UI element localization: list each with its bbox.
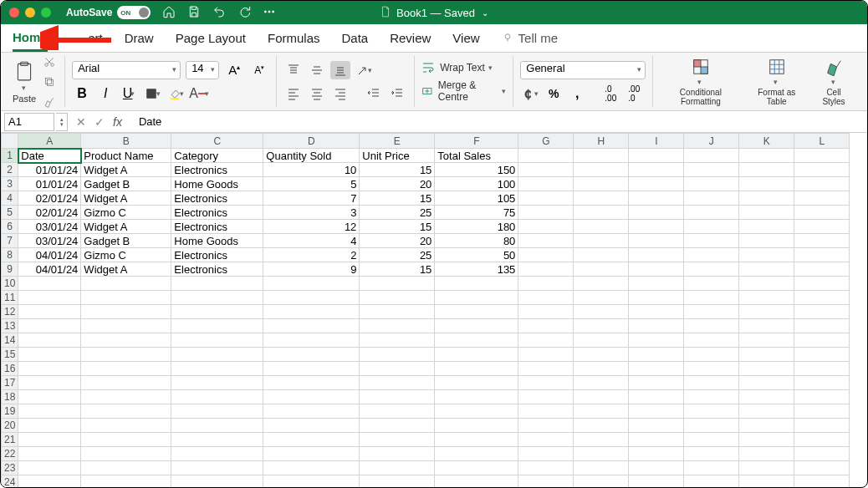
cell-J14[interactable]: [684, 333, 739, 348]
cell-J19[interactable]: [684, 404, 739, 419]
cell-A8[interactable]: 04/01/24: [18, 248, 81, 262]
cell-K17[interactable]: [739, 376, 794, 390]
cell-L10[interactable]: [794, 277, 850, 291]
tab-insert[interactable]: ert: [78, 26, 103, 50]
cell-A18[interactable]: [18, 390, 81, 404]
cell-K20[interactable]: [739, 419, 794, 433]
cell-B2[interactable]: Widget A: [81, 163, 171, 177]
row-header-6[interactable]: 6: [2, 220, 18, 234]
cell-G24[interactable]: [518, 475, 574, 489]
copy-button[interactable]: [41, 74, 58, 89]
cell-A1[interactable]: Date: [18, 149, 81, 163]
cell-J1[interactable]: [684, 149, 739, 163]
cell-K15[interactable]: [739, 348, 794, 362]
cell-K8[interactable]: [739, 248, 794, 262]
align-top-button[interactable]: [283, 61, 304, 79]
cell-A5[interactable]: 02/01/24: [18, 206, 81, 220]
cell-H7[interactable]: [574, 234, 629, 248]
cell-H10[interactable]: [574, 277, 629, 291]
cell-D4[interactable]: 7: [263, 191, 360, 206]
cell-J20[interactable]: [684, 419, 739, 433]
cell-G7[interactable]: [518, 234, 574, 248]
cell-J8[interactable]: [684, 248, 739, 262]
row-header-17[interactable]: 17: [2, 376, 18, 390]
cell-K19[interactable]: [739, 404, 794, 419]
cell-A24[interactable]: [18, 475, 81, 489]
cell-K21[interactable]: [739, 433, 794, 447]
cell-H1[interactable]: [574, 149, 629, 163]
cell-H6[interactable]: [574, 220, 629, 234]
col-header-G[interactable]: G: [518, 134, 574, 149]
bold-button[interactable]: B: [72, 84, 92, 103]
cell-I1[interactable]: [629, 149, 684, 163]
cell-B9[interactable]: Widget A: [81, 262, 171, 277]
col-header-H[interactable]: H: [574, 134, 629, 149]
cell-A13[interactable]: [18, 319, 81, 333]
cell-B19[interactable]: [81, 404, 171, 419]
cell-K6[interactable]: [739, 220, 794, 234]
cell-F10[interactable]: [435, 277, 518, 291]
cell-H3[interactable]: [574, 177, 629, 191]
cell-E3[interactable]: 20: [360, 177, 435, 191]
row-header-2[interactable]: 2: [2, 163, 18, 177]
cell-B3[interactable]: Gadget B: [81, 177, 171, 191]
cell-K11[interactable]: [739, 291, 794, 305]
select-all-corner[interactable]: [2, 134, 18, 149]
cell-L23[interactable]: [794, 461, 850, 475]
row-header-11[interactable]: 11: [2, 291, 18, 305]
col-header-I[interactable]: I: [629, 134, 684, 149]
tab-home[interactable]: Home: [13, 25, 48, 52]
tab-data[interactable]: Data: [341, 26, 368, 50]
cell-K3[interactable]: [739, 177, 794, 191]
cell-A15[interactable]: [18, 348, 81, 362]
cell-H12[interactable]: [574, 305, 629, 319]
cell-E9[interactable]: 15: [360, 262, 435, 277]
cell-J2[interactable]: [684, 163, 739, 177]
cell-D12[interactable]: [263, 305, 360, 319]
cell-C11[interactable]: [171, 291, 263, 305]
cell-H20[interactable]: [574, 419, 629, 433]
cell-H9[interactable]: [574, 262, 629, 277]
cell-A22[interactable]: [18, 447, 81, 461]
cell-D5[interactable]: 3: [263, 206, 360, 220]
paste-button[interactable]: ▾ Paste: [13, 60, 36, 104]
cell-I20[interactable]: [629, 419, 684, 433]
cell-H14[interactable]: [574, 333, 629, 348]
cell-G15[interactable]: [518, 348, 574, 362]
format-as-table-button[interactable]: ▾ Format as Table: [746, 58, 807, 106]
cell-D6[interactable]: 12: [263, 220, 360, 234]
cell-C12[interactable]: [171, 305, 263, 319]
cell-C16[interactable]: [171, 362, 263, 376]
cell-B23[interactable]: [81, 461, 171, 475]
cell-G13[interactable]: [518, 319, 574, 333]
cell-E2[interactable]: 15: [360, 163, 435, 177]
cell-F7[interactable]: 80: [435, 234, 518, 248]
cell-C13[interactable]: [171, 319, 263, 333]
cell-C7[interactable]: Home Goods: [171, 234, 263, 248]
row-header-22[interactable]: 22: [2, 447, 18, 461]
cell-L6[interactable]: [794, 220, 850, 234]
cell-B8[interactable]: Gizmo C: [81, 248, 171, 262]
cell-C9[interactable]: Electronics: [171, 262, 263, 277]
font-name-select[interactable]: Arial▾: [72, 61, 181, 79]
cell-G11[interactable]: [518, 291, 574, 305]
cell-I22[interactable]: [629, 447, 684, 461]
cell-J16[interactable]: [684, 362, 739, 376]
cell-I12[interactable]: [629, 305, 684, 319]
row-header-1[interactable]: 1: [2, 149, 18, 163]
cell-D18[interactable]: [263, 390, 360, 404]
cell-C14[interactable]: [171, 333, 263, 348]
cell-F12[interactable]: [435, 305, 518, 319]
comma-format-button[interactable]: ,: [567, 84, 587, 103]
cell-L13[interactable]: [794, 319, 850, 333]
increase-decimal-button[interactable]: .0.00: [600, 84, 620, 103]
cell-D22[interactable]: [263, 447, 360, 461]
col-header-C[interactable]: C: [171, 134, 263, 149]
cell-E21[interactable]: [360, 433, 435, 447]
cell-F6[interactable]: 180: [435, 220, 518, 234]
cell-G12[interactable]: [518, 305, 574, 319]
cell-L19[interactable]: [794, 404, 850, 419]
cell-J22[interactable]: [684, 447, 739, 461]
cell-H19[interactable]: [574, 404, 629, 419]
cell-D20[interactable]: [263, 419, 360, 433]
